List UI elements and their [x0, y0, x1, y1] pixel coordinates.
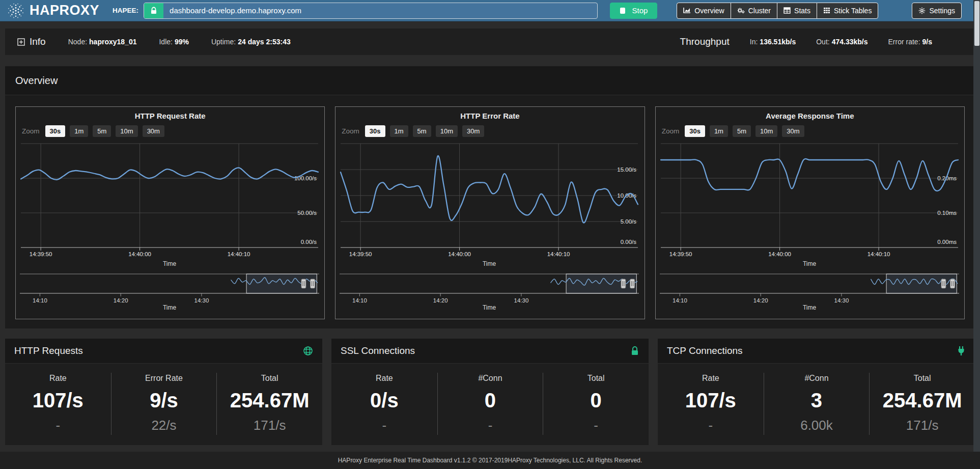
- zoom-option-30s[interactable]: 30s: [685, 125, 705, 137]
- overview-button[interactable]: Overview: [677, 3, 731, 19]
- svg-text:Time: Time: [163, 260, 177, 267]
- address-url[interactable]: dashboard-develop.demo.haproxy.com: [163, 3, 307, 18]
- svg-text:0.10ms: 0.10ms: [937, 210, 957, 216]
- info-toggle[interactable]: Info: [17, 36, 46, 47]
- zoom-option-10m[interactable]: 10m: [116, 125, 137, 137]
- card-title: TCP Connections: [667, 345, 743, 356]
- throughput-error-rate: Error rate:9/s: [888, 38, 932, 46]
- overview-header: Overview: [5, 66, 975, 95]
- card-header: TCP Connections: [658, 339, 975, 364]
- card-header: SSL Connections: [331, 339, 649, 364]
- svg-text:5.00/s: 5.00/s: [621, 218, 637, 225]
- stat-conn: #Conn 3 6.00k: [764, 373, 870, 435]
- zoom-option-1m[interactable]: 1m: [710, 125, 728, 137]
- zoom-option-5m[interactable]: 5m: [93, 125, 111, 137]
- zoom-controls: Zoom 30s 1m 5m 10m 30m: [662, 123, 960, 139]
- svg-text:14:30: 14:30: [834, 297, 849, 304]
- svg-text:Time: Time: [483, 260, 496, 267]
- card-header: HTTP Requests: [5, 339, 322, 364]
- view-switcher: Overview Cluster: [677, 3, 878, 19]
- average-response-time-panel: Average Response Time Zoom 30s 1m 5m 10m…: [655, 106, 965, 319]
- svg-text:0.00ms: 0.00ms: [937, 239, 957, 245]
- footer-text: HAProxy Enterprise Real Time Dashboard v…: [338, 457, 642, 464]
- stat-total: Total 254.67M 171/s: [216, 373, 322, 435]
- footer: HAProxy Enterprise Real Time Dashboard v…: [0, 452, 980, 469]
- tcp-connections-card: TCP Connections Rate 107/s - #Conn 3 6.0…: [658, 339, 975, 445]
- brand-name: HAPROXY: [30, 3, 99, 18]
- http-error-rate-chart[interactable]: 15.00/s10.00/s5.00/s0.00/s14:39:5014:40:…: [340, 140, 639, 268]
- page-scrollbar[interactable]: [973, 0, 980, 469]
- stat-total: Total 0 -: [543, 373, 649, 435]
- idle-field: Idle:99%: [159, 38, 189, 46]
- plug-icon: [957, 346, 966, 356]
- grid-icon: [823, 7, 830, 14]
- hapee-label: HAPEE:: [113, 7, 138, 14]
- http-error-rate-panel: HTTP Error Rate Zoom 30s 1m 5m 10m 30m 1…: [335, 106, 645, 319]
- stat-rate: Rate 107/s -: [658, 373, 764, 435]
- zoom-controls: Zoom 30s 1m 5m 10m 30m: [342, 123, 640, 139]
- svg-text:14:10: 14:10: [352, 297, 367, 304]
- address-bar[interactable]: dashboard-develop.demo.haproxy.com: [144, 3, 598, 19]
- svg-text:Time: Time: [163, 304, 177, 311]
- zoom-option-10m[interactable]: 10m: [436, 125, 458, 137]
- stat-conn: #Conn 0 -: [437, 373, 543, 435]
- zoom-option-30s[interactable]: 30s: [45, 125, 66, 137]
- stats-button[interactable]: Stats: [777, 3, 817, 19]
- zoom-option-1m[interactable]: 1m: [70, 125, 88, 137]
- zoom-option-30m[interactable]: 30m: [462, 125, 484, 137]
- lock-icon: [630, 346, 639, 356]
- http-request-rate-panel: HTTP Request Rate Zoom 30s 1m 5m 10m 30m…: [15, 106, 325, 319]
- globe-icon: [303, 346, 313, 356]
- haproxy-logo-icon: [7, 2, 24, 19]
- svg-text:Time: Time: [803, 304, 817, 311]
- expand-icon: [17, 38, 25, 46]
- average-response-time-chart[interactable]: 0.20ms0.10ms0.00ms14:39:5014:40:0014:40:…: [660, 140, 959, 268]
- svg-text:14:10: 14:10: [33, 297, 47, 304]
- zoom-option-1m[interactable]: 1m: [390, 125, 408, 137]
- card-title: SSL Connections: [341, 345, 415, 356]
- card-title: HTTP Requests: [14, 345, 83, 356]
- svg-text:14:40:00: 14:40:00: [128, 251, 151, 257]
- settings-button[interactable]: Settings: [912, 3, 962, 19]
- table-icon: [783, 7, 791, 14]
- stat-rate: Rate 0/s -: [331, 373, 437, 435]
- zoom-option-30m[interactable]: 30m: [143, 125, 164, 137]
- throughput-in: In:136.51kb/s: [750, 38, 796, 46]
- chart-title: HTTP Error Rate: [340, 110, 640, 122]
- svg-text:14:39:50: 14:39:50: [669, 251, 692, 257]
- chart-title: Average Response Time: [660, 110, 960, 122]
- svg-text:14:30: 14:30: [514, 297, 529, 304]
- zoom-option-10m[interactable]: 10m: [755, 125, 777, 137]
- svg-text:14:30: 14:30: [194, 297, 209, 304]
- zoom-option-5m[interactable]: 5m: [413, 125, 431, 137]
- average-response-time-navigator[interactable]: 14:1014:2014:30Time: [660, 273, 959, 312]
- stat-rate: Rate 107/s -: [5, 373, 111, 435]
- stop-button[interactable]: Stop: [610, 3, 657, 19]
- zoom-option-30m[interactable]: 30m: [782, 125, 804, 137]
- gear-icon: [918, 7, 926, 14]
- svg-text:0.00/s: 0.00/s: [621, 239, 637, 245]
- svg-text:14:39:50: 14:39:50: [349, 251, 372, 257]
- cluster-button[interactable]: Cluster: [731, 3, 777, 19]
- scrollbar-thumb[interactable]: [974, 1, 979, 46]
- svg-text:Time: Time: [483, 304, 496, 311]
- svg-text:14:20: 14:20: [114, 297, 128, 304]
- overview-section: Overview HTTP Request Rate Zoom 30s 1m 5…: [5, 66, 975, 328]
- ssl-lock-icon: [144, 3, 163, 18]
- svg-text:14:40:00: 14:40:00: [449, 251, 471, 257]
- zoom-option-5m[interactable]: 5m: [733, 125, 751, 137]
- overview-section-title: Overview: [15, 75, 58, 87]
- stick-tables-button[interactable]: Stick Tables: [817, 3, 878, 19]
- zoom-label: Zoom: [662, 127, 680, 135]
- http-request-rate-chart[interactable]: 100.00/s50.00/s0.00/s14:39:5014:40:0014:…: [20, 140, 319, 268]
- svg-text:14:40:10: 14:40:10: [867, 251, 890, 257]
- ssl-connections-card: SSL Connections Rate 0/s - #Conn 0 - Tot…: [331, 339, 649, 445]
- throughput-title: Throughput: [680, 36, 730, 47]
- svg-text:Time: Time: [803, 260, 817, 267]
- stat-error-rate: Error Rate 9/s 22/s: [111, 373, 217, 435]
- info-bar: Info Node:haproxy18_01 Idle:99% Uptime:2…: [5, 29, 975, 55]
- svg-text:100.00/s: 100.00/s: [294, 175, 317, 181]
- http-request-rate-navigator[interactable]: 14:1014:2014:30Time: [20, 273, 319, 312]
- zoom-option-30s[interactable]: 30s: [365, 125, 385, 137]
- http-error-rate-navigator[interactable]: 14:1014:2014:30Time: [340, 273, 639, 312]
